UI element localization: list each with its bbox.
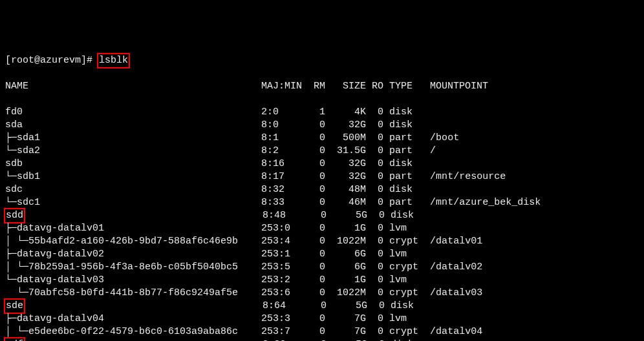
lsblk-row: ├─datavg-datalv01 253:0 0 1G 0 lvm [5,222,639,235]
lsblk-row: │ └─78b259a1-956b-4f3a-8e6b-c05bf5040bc5… [5,261,639,274]
lsblk-row: ├─sda1 8:1 0 500M 0 part /boot [5,132,639,145]
col-rest: 253:2 0 1G 0 lvm [261,274,430,285]
lsblk-row: ├─datavg-datalv04 253:3 0 7G 0 lvm [5,313,639,326]
col-name: │ └─55b4afd2-a160-426b-9bd7-588af6c46e9b [5,236,261,247]
col-name: │ └─e5dee6bc-0f22-4579-b6c0-6103a9aba86c [5,326,261,337]
col-name: └─sdb1 [5,171,261,182]
lsblk-row: └─sda2 8:2 0 31.5G 0 part / [5,145,639,158]
col-rest: 8:48 0 5G 0 disk [263,210,431,221]
col-rest: 8:16 0 32G 0 disk [261,158,430,169]
col-rest: 8:64 0 5G 0 disk [263,300,431,311]
col-rest: 8:1 0 500M 0 part /boot [261,132,459,143]
command-lsblk: lsblk [98,54,129,67]
lsblk-row: sdc 8:32 0 48M 0 disk [5,183,639,196]
col-rest: 8:33 0 46M 0 part /mnt/azure_bek_disk [261,197,541,208]
col-name: sde [5,300,263,311]
highlight-sde: sde [5,300,24,313]
lsblk-row: sdd 8:48 0 5G 0 disk [5,209,639,222]
col-name: ├─datavg-datalv02 [5,249,261,260]
col-rest: 253:6 0 1022M 0 crypt /datalv03 [261,287,482,298]
lsblk-row: └─70abfc58-b0fd-441b-8b77-f86c9249af5e 2… [5,287,639,300]
highlight-sdd: sdd [5,209,24,222]
lsblk-row: └─datavg-datalv03 253:2 0 1G 0 lvm [5,274,639,287]
col-name: └─sda2 [5,145,261,156]
lsblk-row: └─sdb1 8:17 0 32G 0 part /mnt/resource [5,170,639,183]
col-name: fd0 [5,107,261,118]
lsblk-row: │ └─55b4afd2-a160-426b-9bd7-588af6c46e9b… [5,235,639,248]
lsblk-row: sda 8:0 0 32G 0 disk [5,119,639,132]
col-name: sdb [5,158,261,169]
col-name: ├─sda1 [5,132,261,143]
col-name: ├─datavg-datalv01 [5,223,261,234]
col-name: sdc [5,184,261,195]
col-rest: 2:0 1 4K 0 disk [261,107,430,118]
col-name: ├─datavg-datalv04 [5,313,261,324]
lsblk-row: sdf 8:80 0 5G 0 disk [5,338,639,341]
lsblk-output: fd0 2:0 1 4K 0 disk sda 8:0 0 32G 0 disk… [5,106,639,341]
lsblk-row: fd0 2:0 1 4K 0 disk [5,106,639,119]
col-rest: 253:0 0 1G 0 lvm [261,223,430,234]
prompt-line[interactable]: [root@azurevm]# lsblk [5,54,639,67]
col-rest: 253:4 0 1022M 0 crypt /datalv01 [261,236,482,247]
col-rest: 8:17 0 32G 0 part /mnt/resource [261,171,506,182]
col-name: sdd [5,210,263,221]
col-rest: 253:1 0 6G 0 lvm [261,249,430,260]
col-rest: 253:7 0 7G 0 crypt /datalv04 [261,326,482,337]
header-row: NAME MAJ:MIN RM SIZE RO TYPE MOUNTPOINT [5,80,639,93]
lsblk-row: sdb 8:16 0 32G 0 disk [5,158,639,170]
col-rest: 8:32 0 48M 0 disk [261,184,430,195]
col-name: sda [5,119,261,130]
lsblk-row: └─sdc1 8:33 0 46M 0 part /mnt/azure_bek_… [5,196,639,209]
col-name: └─70abfc58-b0fd-441b-8b77-f86c9249af5e [5,287,261,298]
lsblk-row: sde 8:64 0 5G 0 disk [5,300,639,313]
lsblk-row: ├─datavg-datalv02 253:1 0 6G 0 lvm [5,248,639,261]
col-name: └─datavg-datalv03 [5,274,261,285]
col-rest: 8:2 0 31.5G 0 part / [261,145,436,156]
prompt-prefix: [root@azurevm]# [5,55,98,66]
col-name: └─sdc1 [5,197,261,208]
highlight-sdf: sdf [5,338,24,341]
lsblk-row: │ └─e5dee6bc-0f22-4579-b6c0-6103a9aba86c… [5,326,639,338]
col-rest: 8:0 0 32G 0 disk [261,119,430,130]
col-rest: 253:5 0 6G 0 crypt /datalv02 [261,262,482,273]
col-rest: 253:3 0 7G 0 lvm [261,313,430,324]
col-name: │ └─78b259a1-956b-4f3a-8e6b-c05bf5040bc5 [5,262,261,273]
